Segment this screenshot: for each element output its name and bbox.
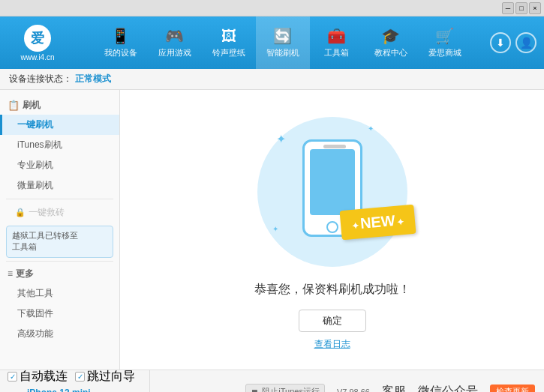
- sidebar: 📋 刷机 一键刷机 iTunes刷机 专业刷机 微量刷机 🔒 一键救砖 越狱工具…: [0, 90, 120, 370]
- nav-item-toolbox-label: 工具箱: [324, 47, 349, 58]
- status-mode: 正常模式: [75, 73, 111, 85]
- sidebar-section-more: ≡ 更多: [0, 265, 119, 283]
- phone-screen: [310, 149, 355, 215]
- checkbox-auto-connect[interactable]: ✓ 自动载连: [8, 369, 68, 385]
- customer-service-link[interactable]: 客服: [382, 384, 406, 392]
- device-details: iPhone 12 mini 64GB Down-12mini-13,1: [27, 388, 91, 392]
- title-bar: ─ □ ×: [0, 0, 544, 16]
- nav-item-apps[interactable]: 🎮 应用游戏: [148, 16, 202, 69]
- sidebar-item-download-firmware[interactable]: 下载固件: [0, 304, 119, 324]
- success-text: 恭喜您，保资料刷机成功啦！: [254, 282, 410, 298]
- lock-icon: 🔒: [15, 208, 26, 217]
- more-section-icon: ≡: [8, 268, 13, 279]
- checkbox-via-wizard[interactable]: ✓ 跳过向导: [75, 369, 135, 385]
- download-btn[interactable]: ⬇: [490, 32, 511, 53]
- smart-flash-icon: 🔄: [273, 27, 292, 45]
- wallpaper-icon: 🖼: [221, 28, 236, 45]
- logo-icon: 爱: [24, 25, 51, 52]
- sidebar-divider-2: [6, 261, 113, 262]
- phone-illustration: ✦ ✦ ✦ NEW: [250, 109, 415, 274]
- checkbox-wizard-label: 跳过向导: [87, 369, 135, 385]
- checkbox-auto-icon: ✓: [8, 372, 17, 382]
- sparkle-1: ✦: [276, 132, 286, 146]
- nav-item-my-device[interactable]: 📱 我的设备: [94, 16, 148, 69]
- apps-icon: 🎮: [165, 27, 184, 45]
- nav-item-mall[interactable]: 🛒 爱思商城: [418, 16, 472, 69]
- nav-item-wallpaper-label: 铃声壁纸: [212, 47, 245, 58]
- wechat-link[interactable]: 微信公众号: [418, 384, 478, 392]
- bottom-strip: ✓ 自动载连 ✓ 跳过向导 📱 iPhone 12 mini 64GB Down…: [0, 370, 544, 392]
- my-device-icon: 📱: [111, 27, 130, 45]
- nav-item-tutorial[interactable]: 🎓 教程中心: [364, 16, 418, 69]
- sidebar-divider-1: [6, 199, 113, 199]
- bottom-left-panel: ✓ 自动载连 ✓ 跳过向导 📱 iPhone 12 mini 64GB Down…: [0, 370, 150, 392]
- header: 爱 www.i4.cn 📱 我的设备 🎮 应用游戏 🖼 铃声壁纸 🔄 智能刷机 …: [0, 16, 544, 69]
- nav-item-wallpaper[interactable]: 🖼 铃声壁纸: [202, 16, 256, 69]
- nav-right: ⬇ 👤: [490, 32, 544, 53]
- toolbox-icon: 🧰: [327, 27, 346, 45]
- check-update-btn[interactable]: 检查更新: [490, 385, 535, 392]
- status-prefix: 设备连接状态：: [9, 73, 72, 85]
- content-area: ✦ ✦ ✦ NEW 恭喜您，保资料刷机成功啦！ 确定 查看日志: [120, 90, 544, 370]
- flash-section-icon: 📋: [8, 100, 20, 111]
- sidebar-item-pro-flash[interactable]: 专业刷机: [0, 155, 119, 175]
- checkbox-auto-label: 自动载连: [20, 369, 68, 385]
- jump-link[interactable]: 查看日志: [314, 338, 350, 351]
- sidebar-item-wipe-flash[interactable]: 微量刷机: [0, 175, 119, 196]
- itunes-label: 阻止iTunes运行: [262, 386, 320, 392]
- phone-home-btn: [326, 221, 338, 233]
- nav-item-my-device-label: 我的设备: [104, 47, 137, 58]
- checkbox-wizard-icon: ✓: [75, 372, 85, 382]
- confirm-button[interactable]: 确定: [299, 310, 366, 332]
- device-name: iPhone 12 mini: [27, 388, 91, 392]
- nav-item-mall-label: 爱思商城: [428, 47, 461, 58]
- sidebar-section-flash: 📋 刷机: [0, 96, 119, 115]
- nav-item-toolbox[interactable]: 🧰 工具箱: [310, 16, 364, 69]
- checkboxes-row: ✓ 自动载连 ✓ 跳过向导: [8, 369, 142, 385]
- user-btn[interactable]: 👤: [515, 32, 536, 53]
- phone-notch: [323, 145, 346, 148]
- minimize-btn[interactable]: ─: [502, 2, 514, 14]
- sparkle-3: ✦: [272, 225, 278, 233]
- mall-icon: 🛒: [435, 27, 454, 45]
- nav-item-smart-flash-label: 智能刷机: [266, 47, 299, 58]
- nav-item-apps-label: 应用游戏: [158, 47, 191, 58]
- itunes-running-btn[interactable]: ⏹ 阻止iTunes运行: [245, 384, 325, 392]
- logo-area[interactable]: 爱 www.i4.cn: [0, 16, 75, 69]
- sparkle-2: ✦: [368, 124, 374, 133]
- sidebar-item-advanced[interactable]: 高级功能: [0, 324, 119, 344]
- main-layout: 📋 刷机 一键刷机 iTunes刷机 专业刷机 微量刷机 🔒 一键救砖 越狱工具…: [0, 90, 544, 370]
- bottom-right-panel: ⏹ 阻止iTunes运行 V7.98.66 客服 微信公众号 检查更新: [150, 370, 544, 392]
- sidebar-item-one-key-flash[interactable]: 一键刷机: [0, 115, 119, 135]
- logo-text: www.i4.cn: [20, 53, 54, 61]
- maximize-btn[interactable]: □: [515, 2, 527, 14]
- sidebar-notice: 越狱工具已转移至工具箱: [6, 226, 113, 258]
- status-bar: 设备连接状态： 正常模式: [0, 69, 544, 90]
- sidebar-item-one-key-rescue: 🔒 一键救砖: [0, 202, 119, 223]
- itunes-icon: ⏹: [251, 388, 259, 393]
- tutorial-icon: 🎓: [381, 27, 400, 45]
- sidebar-section-flash-label: 刷机: [23, 99, 41, 112]
- nav-items: 📱 我的设备 🎮 应用游戏 🖼 铃声壁纸 🔄 智能刷机 🧰 工具箱 🎓 教程中心…: [75, 16, 490, 69]
- nav-item-smart-flash[interactable]: 🔄 智能刷机: [256, 16, 310, 69]
- nav-item-tutorial-label: 教程中心: [374, 47, 407, 58]
- device-info-row: 📱 iPhone 12 mini 64GB Down-12mini-13,1: [8, 388, 142, 392]
- sidebar-item-itunes-flash[interactable]: iTunes刷机: [0, 135, 119, 155]
- sidebar-item-other-tools[interactable]: 其他工具: [0, 283, 119, 304]
- close-btn[interactable]: ×: [529, 2, 541, 14]
- version-label: V7.98.66: [337, 388, 370, 393]
- new-badge: NEW: [339, 204, 416, 239]
